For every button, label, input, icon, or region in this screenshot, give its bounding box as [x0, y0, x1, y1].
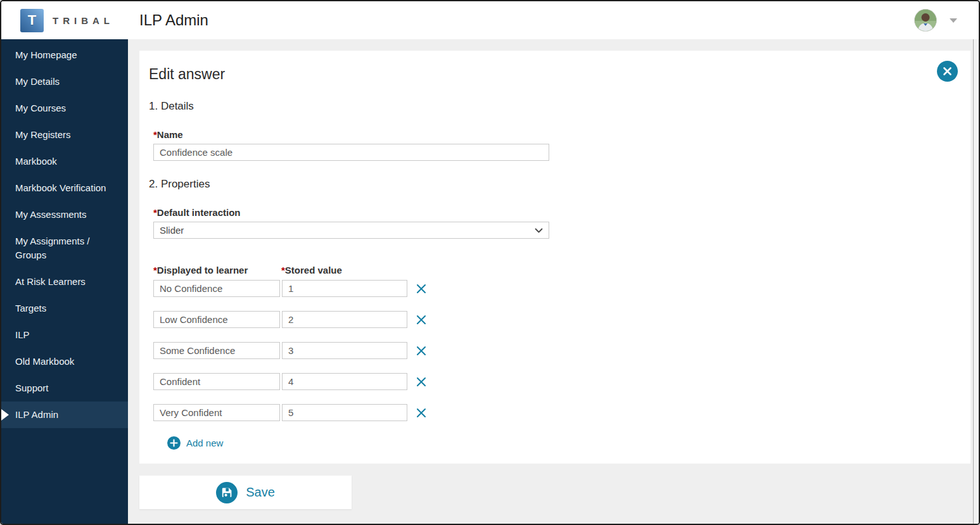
sidebar-item[interactable]: At Risk Learners — [1, 269, 128, 295]
sidebar-item[interactable]: My Registers — [1, 122, 128, 148]
add-new-label: Add new — [186, 438, 223, 448]
selected-indicator-icon — [1, 409, 9, 421]
add-new-button[interactable]: Add new — [167, 436, 223, 450]
sidebar-item-label: My Homepage — [15, 49, 77, 60]
sidebar-item-label: Markbook Verification — [15, 182, 106, 193]
sidebar-item[interactable]: Markbook — [1, 148, 128, 175]
brand-wordmark: TRIBAL — [53, 15, 114, 26]
answer-rows — [153, 280, 970, 421]
displayed-to-learner-input[interactable] — [153, 311, 280, 328]
x-delete-icon — [416, 345, 427, 357]
details-section-heading: 1. Details — [149, 100, 970, 113]
sidebar-item[interactable]: ILP Admin — [1, 402, 128, 428]
answers-list: *Displayed to learner *Stored value — [153, 265, 970, 452]
chevron-down-icon[interactable] — [950, 18, 957, 23]
sidebar-item-label: My Assignments / Groups — [15, 236, 90, 260]
plus-circle-icon — [167, 436, 181, 450]
panel-title: Edit answer — [149, 61, 225, 83]
edit-answer-panel: Edit answer 1. Details *Name 2. Properti… — [139, 51, 970, 464]
name-label: *Name — [153, 129, 970, 140]
answer-row — [153, 280, 970, 297]
app-window: T TRIBAL ILP Admin My Homepage — [0, 0, 980, 525]
sidebar-item[interactable]: My Courses — [1, 95, 128, 122]
sidebar-item[interactable]: My Homepage — [1, 42, 128, 68]
sidebar-item[interactable]: Old Markbook — [1, 348, 128, 375]
x-delete-icon — [416, 407, 427, 419]
stored-value-input[interactable] — [282, 280, 407, 297]
sidebar-item-label: My Courses — [15, 103, 66, 113]
save-label: Save — [246, 485, 275, 500]
default-interaction-select[interactable]: Slider — [153, 222, 549, 239]
sidebar-item[interactable]: My Assessments — [1, 201, 128, 228]
stored-value-label: *Stored value — [281, 265, 342, 275]
top-bar: T TRIBAL ILP Admin — [1, 1, 979, 39]
sidebar-item-label: ILP Admin — [15, 409, 58, 420]
sidebar-item-label: My Assessments — [15, 209, 87, 220]
stored-value-input[interactable] — [282, 373, 407, 390]
sidebar-item[interactable]: My Assignments / Groups — [1, 228, 128, 269]
displayed-to-learner-input[interactable] — [153, 342, 280, 359]
sidebar-item-label: ILP — [15, 329, 30, 340]
avatar-image — [915, 9, 936, 31]
sidebar-item[interactable]: Markbook Verification — [1, 175, 128, 201]
x-delete-icon — [416, 314, 427, 326]
answer-row — [153, 404, 970, 421]
sidebar-item[interactable]: Support — [1, 375, 128, 402]
displayed-to-learner-input[interactable] — [153, 404, 280, 421]
sidebar-item-label: Old Markbook — [15, 356, 74, 367]
vertical-scrollbar[interactable] — [973, 39, 979, 524]
sidebar-item[interactable]: ILP — [1, 322, 128, 348]
answer-row — [153, 373, 970, 390]
displayed-to-learner-input[interactable] — [153, 280, 280, 297]
close-icon — [943, 66, 952, 76]
delete-row-button[interactable] — [416, 283, 427, 294]
sidebar-item-label: At Risk Learners — [15, 276, 86, 287]
tribal-logo-icon[interactable]: T — [20, 9, 44, 32]
delete-row-button[interactable] — [416, 407, 427, 419]
sidebar-item-label: My Registers — [15, 129, 71, 140]
displayed-to-learner-label: *Displayed to learner — [153, 265, 281, 275]
properties-section-heading: 2. Properties — [149, 178, 970, 191]
sidebar-item-label: My Details — [15, 76, 60, 87]
sidebar-item[interactable]: Targets — [1, 295, 128, 322]
stored-value-input[interactable] — [282, 404, 407, 421]
name-input[interactable] — [153, 144, 549, 161]
sidebar-nav: My Homepage My Details My Courses My Reg… — [1, 39, 128, 524]
close-button[interactable] — [937, 61, 958, 82]
floppy-disk-icon — [216, 482, 238, 503]
avatar[interactable] — [914, 9, 937, 32]
sidebar-item-label: Markbook — [15, 156, 57, 167]
x-delete-icon — [416, 376, 427, 388]
sidebar-item[interactable]: My Details — [1, 68, 128, 95]
page-title: ILP Admin — [139, 1, 208, 39]
answer-row — [153, 311, 970, 328]
save-button[interactable]: Save — [139, 476, 352, 509]
delete-row-button[interactable] — [416, 345, 427, 357]
answer-row — [153, 342, 970, 359]
displayed-to-learner-input[interactable] — [153, 373, 280, 390]
delete-row-button[interactable] — [416, 314, 427, 326]
delete-row-button[interactable] — [416, 376, 427, 388]
default-interaction-label: *Default interaction — [153, 207, 970, 218]
stored-value-input[interactable] — [282, 311, 407, 328]
user-menu[interactable] — [914, 9, 957, 32]
stored-value-input[interactable] — [282, 342, 407, 359]
content-area: Edit answer 1. Details *Name 2. Properti… — [128, 39, 979, 524]
sidebar-item-label: Targets — [15, 303, 46, 313]
sidebar-item-label: Support — [15, 383, 49, 393]
x-delete-icon — [416, 283, 427, 294]
